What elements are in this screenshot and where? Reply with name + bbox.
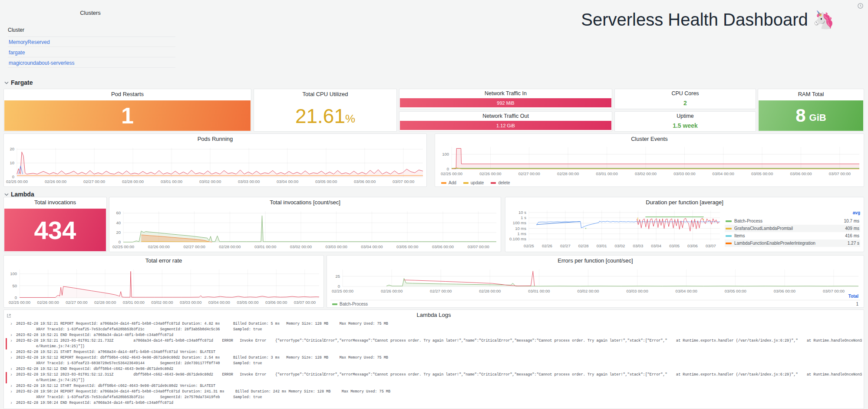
svg-text:02/27 00:00: 02/27 00:00 — [184, 244, 205, 249]
cluster-link[interactable]: fargate — [9, 50, 25, 56]
log-text: XRAY TraceId: 1-63feaf25-7e53cdaf4fa620b… — [36, 327, 262, 332]
svg-text:02/28 00:00: 02/28 00:00 — [479, 289, 501, 293]
svg-text:0: 0 — [447, 166, 449, 171]
panel-title[interactable]: Total invocations — [4, 199, 106, 206]
svg-text:0: 0 — [119, 239, 121, 244]
pods-running-chart[interactable]: 02/25 00:0002/26 00:0002/27 00:0002/28 0… — [4, 134, 426, 186]
cluster-table-row[interactable]: MemoryReserved — [8, 37, 175, 47]
errors-legend-total-header[interactable]: Total — [848, 294, 858, 299]
svg-text:03/03: 03/03 — [633, 243, 643, 248]
legend-item[interactable]: delete — [491, 180, 510, 185]
total-cpu-panel: Total CPU Utilized 21.61 % — [254, 89, 397, 132]
duration-legend-rows: Batch-Process10.7 msGrafanaCloudLambdaPr… — [725, 217, 860, 247]
panel-title[interactable]: Pod Restarts — [4, 91, 251, 97]
svg-text:02/27 00:00: 02/27 00:00 — [430, 289, 452, 293]
expand-log-row-icon[interactable]: › — [10, 400, 13, 406]
svg-text:02/28 00:00: 02/28 00:00 — [219, 244, 241, 249]
svg-text:03/05 00:00: 03/05 00:00 — [751, 171, 773, 176]
cluster-events-panel: Cluster Events 02/25 00:0002/26 00:0002/… — [435, 133, 864, 187]
log-text: 2023-02-28 19:52:12 START RequestId: dbf… — [16, 384, 215, 388]
duration-legend-avg-header[interactable]: avg — [725, 210, 860, 217]
series-label: Batch-Process — [734, 219, 844, 223]
duration-chart[interactable]: 02/2502/2602/2702/2803/0103/0203/0303/04… — [505, 197, 723, 252]
expand-log-row-icon[interactable]: › — [10, 383, 13, 389]
cluster-events-chart[interactable]: 02/25 00:0002/26 00:0002/27 00:0002/28 0… — [435, 134, 864, 186]
panel-title[interactable]: Uptime — [615, 113, 756, 119]
svg-text:100 ms: 100 ms — [513, 220, 526, 225]
log-line[interactable]: ›2023-02-28 19:52:21 END RequestId: a706… — [6, 333, 862, 338]
cpu-cores-panel: CPU Cores 2 — [614, 89, 756, 109]
svg-text:100: 100 — [10, 271, 17, 276]
errors-legend-series[interactable]: Batch-Process — [332, 302, 368, 306]
svg-text:02/26 00:00: 02/26 00:00 — [37, 300, 59, 305]
expand-log-row-icon[interactable]: › — [10, 355, 13, 361]
svg-text:03/02: 03/02 — [615, 243, 625, 248]
series-swatch — [726, 235, 732, 237]
log-line[interactable]: XRAY TraceId: 1-63feaf25-7e53cdaf4fa620b… — [6, 327, 862, 333]
expand-log-row-icon[interactable]: › — [10, 333, 13, 338]
log-line[interactable]: ›2023-02-28 19:50:24 END RequestId: a706… — [6, 400, 862, 406]
log-line[interactable]: ›2023-02-28 19:52:21 REPORT RequestId: a… — [6, 321, 862, 327]
legend-item[interactable]: update — [463, 180, 484, 185]
duration-legend-row[interactable]: GrafanaCloudLambdaPromtail409 ms — [725, 225, 860, 232]
svg-text:03/06 00:00: 03/06 00:00 — [774, 289, 795, 293]
svg-text:03/06 00:00: 03/06 00:00 — [265, 300, 287, 305]
svg-text:03/04 00:00: 03/04 00:00 — [361, 244, 383, 249]
svg-text:03/07 00:00: 03/07 00:00 — [393, 179, 414, 184]
expand-log-row-icon[interactable]: › — [10, 389, 13, 395]
expand-log-row-icon[interactable]: › — [10, 366, 13, 372]
log-line[interactable]: ›2023-02-28 19:50:24 REPORT RequestId: a… — [6, 389, 862, 395]
svg-text:02/27 00:00: 02/27 00:00 — [83, 179, 105, 184]
svg-text:02/25 00:00: 02/25 00:00 — [332, 289, 353, 293]
duration-legend-row[interactable]: LambdaFunctionEnableProwlerIntegration1.… — [725, 239, 860, 247]
error-rate-chart[interactable]: 02/25 00:0002/26 00:0002/27 00:0002/28 0… — [4, 256, 323, 307]
stat-value: 8 — [795, 105, 805, 126]
clusters-column-header[interactable]: Cluster — [8, 27, 175, 37]
log-line[interactable]: ›2023-02-28 19:52:21 2023-03-01T01:52:21… — [6, 338, 862, 344]
panel-title[interactable]: Total CPU Utilized — [254, 91, 396, 97]
panel-title[interactable]: Network Traffic Out — [399, 113, 612, 119]
stat-unit: % — [345, 112, 355, 126]
cluster-link[interactable]: MemoryReserved — [9, 39, 50, 45]
log-line[interactable]: e/Runtime.js:74:25)"]} — [6, 378, 862, 383]
svg-text:25: 25 — [335, 274, 340, 279]
errors-per-function-panel: Errors per function [count/sec] 02/25 00… — [327, 255, 864, 308]
log-line[interactable]: ›2023-02-28 19:52:12 REPORT RequestId: d… — [6, 355, 862, 361]
cluster-link[interactable]: magicroundabout-serverless — [9, 60, 74, 66]
page-title: Serverless Health Dashboard 🦄 — [547, 10, 868, 30]
panel-title[interactable]: Clusters — [3, 10, 177, 16]
svg-text:03/06 00:00: 03/06 00:00 — [790, 171, 812, 176]
panel-title[interactable]: Lambda Logs — [4, 312, 864, 318]
panel-title[interactable]: CPU Cores — [615, 90, 756, 96]
duration-legend-row[interactable]: Batch-Process10.7 ms — [725, 217, 860, 225]
expand-log-row-icon[interactable]: › — [10, 321, 13, 327]
log-text: 2023-02-28 19:52:21 END RequestId: a7068… — [16, 333, 173, 337]
svg-text:02/27 00:00: 02/27 00:00 — [518, 171, 540, 176]
invocations-cps-chart[interactable]: 02/25 00:0002/26 00:0002/27 00:0002/28 0… — [109, 197, 501, 252]
log-line[interactable]: e/Runtime.js:74:25)"]} — [6, 344, 862, 349]
log-line[interactable]: ›2023-02-28 19:52:21 START RequestId: a7… — [6, 349, 862, 355]
svg-text:03/01 00:00: 03/01 00:00 — [161, 179, 182, 184]
log-text: e/Runtime.js:74:25)"]} — [36, 378, 85, 382]
svg-text:0: 0 — [15, 295, 17, 300]
expand-log-row-icon[interactable]: › — [10, 372, 13, 378]
svg-text:02/28 00:00: 02/28 00:00 — [557, 171, 579, 176]
log-line[interactable]: ›2023-02-28 19:52:12 END RequestId: dbff… — [6, 366, 862, 372]
log-line[interactable]: XRAY TraceId: 1-63feaf23-6038720e57ec536… — [6, 361, 862, 366]
expand-log-row-icon[interactable]: › — [10, 338, 13, 344]
legend-item[interactable]: Add — [441, 180, 456, 185]
cluster-table-row[interactable]: magicroundabout-serverless — [8, 57, 175, 68]
duration-legend-row[interactable]: Items416 ms — [725, 232, 860, 239]
stat-value: 1.12 GiB — [496, 123, 515, 128]
cluster-table-row[interactable]: fargate — [8, 47, 175, 57]
log-text: 2023-02-28 19:52:21 START RequestId: a70… — [16, 350, 215, 354]
svg-text:03/04 00:00: 03/04 00:00 — [713, 171, 734, 176]
section-header-fargate[interactable]: Fargate — [4, 79, 33, 86]
expand-log-row-icon[interactable]: › — [10, 349, 13, 355]
log-line[interactable]: XRAY TraceId: 1-63feaf25-7e53cdaf4fa620b… — [6, 395, 862, 400]
log-line[interactable]: ›2023-02-28 19:52:12 START RequestId: db… — [6, 383, 862, 389]
log-line[interactable]: ›2023-02-28 19:52:12 2023-03-01T01:52:12… — [6, 372, 862, 378]
panel-title[interactable]: Network Traffic In — [399, 90, 612, 96]
svg-text:02/26: 02/26 — [542, 243, 552, 248]
panel-title[interactable]: RAM Total — [758, 91, 864, 97]
